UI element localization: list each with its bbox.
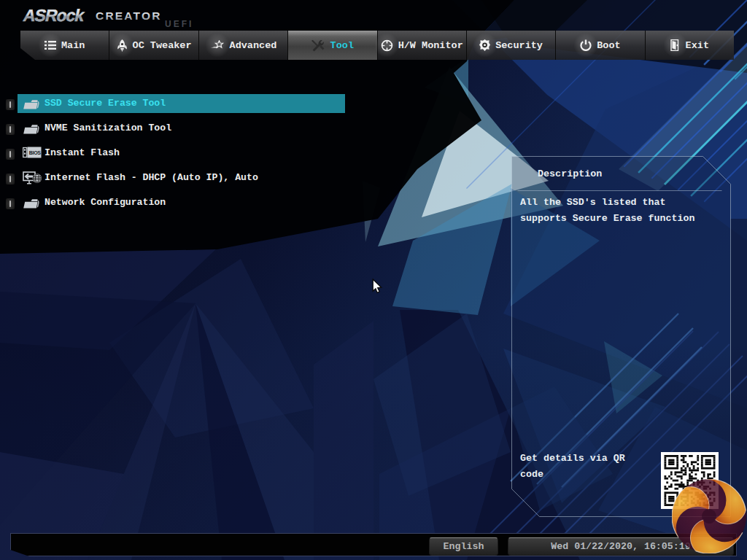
- svg-text:CREATOR: CREATOR: [96, 9, 162, 22]
- svg-text:BIOS: BIOS: [29, 150, 42, 155]
- svg-text:UEFI: UEFI: [165, 19, 193, 29]
- svg-text:ASRock: ASRock: [22, 7, 87, 26]
